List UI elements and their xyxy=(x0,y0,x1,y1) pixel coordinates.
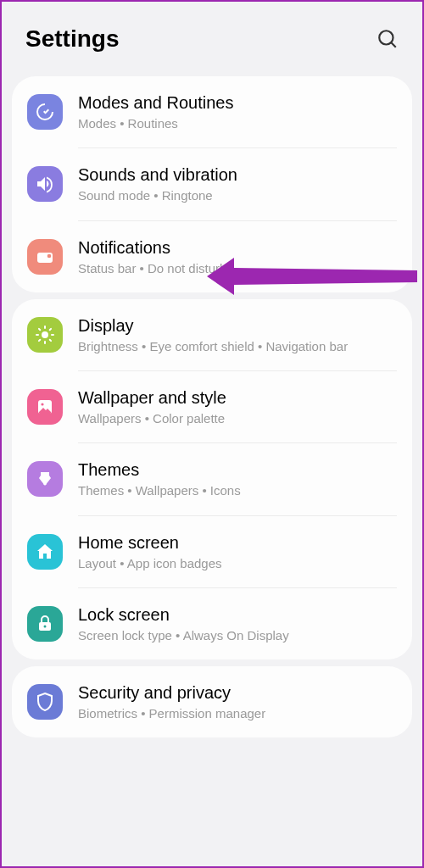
svg-point-0 xyxy=(379,31,393,44)
item-subtitle: Layout • App icon badges xyxy=(78,555,397,572)
item-title: Lock screen xyxy=(78,604,397,626)
item-title: Display xyxy=(78,314,397,337)
item-title: Themes xyxy=(78,459,397,481)
svg-line-12 xyxy=(50,329,51,330)
item-themes[interactable]: Themes Themes • Wallpapers • Icons xyxy=(12,443,412,515)
security-icon xyxy=(27,684,63,720)
settings-group-2: Display Brightness • Eye comfort shield … xyxy=(12,299,412,659)
item-security-and-privacy[interactable]: Security and privacy Biometrics • Permis… xyxy=(12,666,412,737)
svg-rect-2 xyxy=(37,253,53,263)
svg-rect-15 xyxy=(44,476,47,485)
svg-point-3 xyxy=(47,253,52,258)
svg-line-9 xyxy=(39,329,40,330)
item-title: Notifications xyxy=(78,236,397,259)
item-title: Security and privacy xyxy=(78,682,397,704)
item-text: Notifications Status bar • Do not distur… xyxy=(78,236,397,277)
item-text: Sounds and vibration Sound mode • Ringto… xyxy=(78,164,397,204)
item-subtitle: Screen lock type • Always On Display xyxy=(78,627,397,644)
settings-group-3: Security and privacy Biometrics • Permis… xyxy=(12,666,412,737)
header: Settings xyxy=(2,2,422,70)
home-icon xyxy=(27,534,63,570)
settings-group-1: Modes and Routines Modes • Routines Soun… xyxy=(12,76,412,292)
search-icon[interactable] xyxy=(377,28,399,50)
svg-point-4 xyxy=(42,331,48,338)
item-subtitle: Modes • Routines xyxy=(78,115,397,132)
item-text: Home screen Layout • App icon badges xyxy=(78,531,397,572)
item-subtitle: Themes • Wallpapers • Icons xyxy=(78,482,397,499)
item-subtitle: Brightness • Eye comfort shield • Naviga… xyxy=(78,338,397,355)
lock-icon xyxy=(27,606,63,642)
item-text: Security and privacy Biometrics • Permis… xyxy=(78,682,397,722)
svg-point-17 xyxy=(44,625,47,627)
themes-icon xyxy=(27,461,63,497)
item-text: Lock screen Screen lock type • Always On… xyxy=(78,604,397,644)
item-text: Themes Themes • Wallpapers • Icons xyxy=(78,459,397,499)
item-notifications[interactable]: Notifications Status bar • Do not distur… xyxy=(12,221,412,292)
modes-icon xyxy=(27,94,63,130)
item-wallpaper-and-style[interactable]: Wallpaper and style Wallpapers • Color p… xyxy=(12,371,412,442)
item-title: Modes and Routines xyxy=(78,92,397,114)
item-subtitle: Status bar • Do not disturb xyxy=(78,260,397,277)
item-subtitle: Biometrics • Permission manager xyxy=(78,705,397,722)
svg-line-10 xyxy=(50,340,51,341)
display-icon xyxy=(27,317,63,353)
svg-point-14 xyxy=(41,403,43,406)
sounds-icon xyxy=(27,166,63,202)
item-sounds-and-vibration[interactable]: Sounds and vibration Sound mode • Ringto… xyxy=(12,148,412,220)
notifications-icon xyxy=(27,239,63,275)
item-text: Wallpaper and style Wallpapers • Color p… xyxy=(78,387,397,427)
item-text: Modes and Routines Modes • Routines xyxy=(78,92,397,132)
svg-line-11 xyxy=(39,340,40,341)
item-modes-and-routines[interactable]: Modes and Routines Modes • Routines xyxy=(12,76,412,147)
item-home-screen[interactable]: Home screen Layout • App icon badges xyxy=(12,516,412,587)
item-subtitle: Wallpapers • Color palette xyxy=(78,410,397,427)
item-title: Home screen xyxy=(78,531,397,554)
page-title: Settings xyxy=(25,25,119,53)
wallpaper-icon xyxy=(27,389,63,425)
item-title: Wallpaper and style xyxy=(78,387,397,409)
item-text: Display Brightness • Eye comfort shield … xyxy=(78,314,397,355)
item-display[interactable]: Display Brightness • Eye comfort shield … xyxy=(12,299,412,370)
svg-line-1 xyxy=(391,42,395,47)
item-subtitle: Sound mode • Ringtone xyxy=(78,187,397,204)
item-title: Sounds and vibration xyxy=(78,164,397,186)
item-lock-screen[interactable]: Lock screen Screen lock type • Always On… xyxy=(12,588,412,659)
